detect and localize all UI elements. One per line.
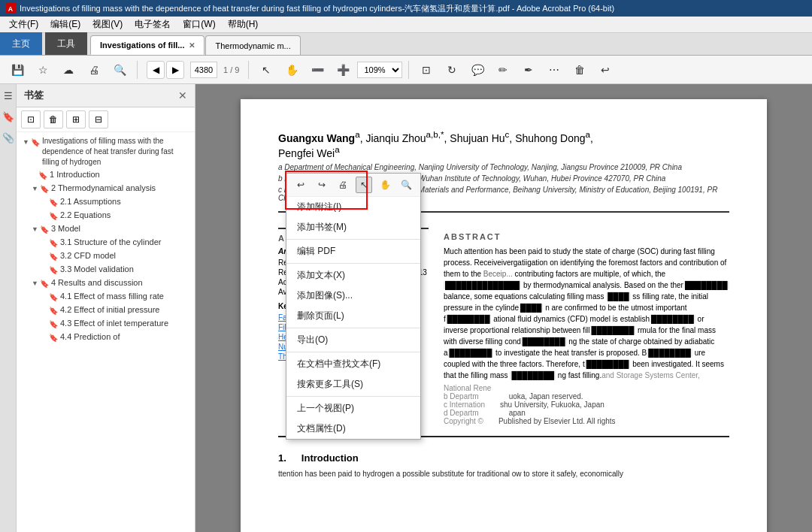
bookmark-pressure[interactable]: ▶ 🔖 4.2 Effect of initial pressure (17, 304, 195, 317)
page-number-input[interactable] (190, 62, 217, 78)
undo-button[interactable]: ↩ (594, 59, 617, 80)
bookmark-model[interactable]: ▼ 🔖 3 Model (17, 222, 195, 236)
bookmark-root[interactable]: ▼ 🔖 Investigations of filling mass with … (17, 135, 195, 168)
abstract-col: ABSTRACT Much attention has been paid to… (444, 220, 729, 425)
tab-document1[interactable]: Investigations of fill... ✕ (90, 35, 205, 55)
bookmark-delete-btn[interactable]: 🗑 (44, 110, 63, 128)
expand-root[interactable]: ▼ (23, 138, 29, 147)
nav-next[interactable]: ▶ (166, 61, 184, 79)
comment-button[interactable]: 💬 (466, 59, 489, 80)
bookmark-add-btn[interactable]: ⊡ (21, 110, 41, 128)
bookmark-prediction[interactable]: ▶ 🔖 4.4 Prediction of (17, 331, 195, 344)
bookmark-icon-validation: 🔖 (49, 265, 58, 276)
bookmark-icon-assumptions: 🔖 (49, 198, 58, 208)
menu-sign[interactable]: 电子签名 (129, 17, 177, 32)
affil-a: a Department of Mechanical Engineering, … (278, 163, 729, 171)
bookmark-icon-equations: 🔖 (49, 211, 58, 222)
zoom-select[interactable]: 50% 75% 100% 109% 125% 150% 200% (357, 62, 402, 78)
print-button[interactable]: 🖨 (83, 59, 105, 80)
bookmark-equations[interactable]: ▶ 🔖 2.2 Equations (17, 209, 195, 222)
ctx-redo-btn[interactable]: ↪ (314, 177, 330, 193)
bookmark-expand-btn[interactable]: ⊞ (66, 110, 86, 128)
ctx-add-bookmark[interactable]: 添加书签(M) (286, 217, 420, 237)
more-button[interactable]: ⋯ (543, 59, 565, 80)
hand-tool[interactable]: ✋ (280, 59, 303, 80)
menu-file[interactable]: 文件(F) (3, 17, 44, 32)
ctx-add-image[interactable]: 添加图像(S)... (286, 286, 420, 306)
zoom-in-toolbar[interactable]: 🔍 (108, 59, 131, 80)
tab-document2[interactable]: Thermodynamic m... (205, 35, 300, 55)
menu-help[interactable]: 帮助(H) (222, 17, 265, 32)
bookmark-cylinder[interactable]: ▶ 🔖 3.1 Structure of the cylinder (17, 236, 195, 249)
tab-home[interactable]: 主页 (0, 32, 42, 55)
intro-text: ttention has been paid to hydrogen a pos… (278, 468, 729, 479)
bookmark-icon-pressure: 🔖 (49, 306, 58, 316)
bookmark-results[interactable]: ▼ 🔖 4 Results and discussion (17, 277, 195, 290)
ctx-doc-props[interactable]: 文档属性(D) (286, 419, 420, 439)
bookmark-text-model: 3 Model (51, 223, 192, 234)
bookmark-icon-cfd: 🔖 (49, 252, 58, 262)
sidebar-icon-pages[interactable]: ☰ (2, 89, 15, 102)
menu-bar: 文件(F) 编辑(E) 视图(V) 电子签名 窗口(W) 帮助(H) (0, 17, 812, 33)
bookmark-intro[interactable]: ▶ 🔖 1 Introduction (17, 168, 195, 182)
authors-line: Guangxu Wanga, Jianqiu Zhoua,b,*, Shujua… (278, 129, 729, 159)
fit-page-button[interactable]: ⊡ (415, 59, 438, 80)
ctx-more-tools[interactable]: 搜索更多工具(S) (286, 374, 420, 394)
bookmark-icon-root: 🔖 (31, 138, 40, 148)
bookmark-collapse-btn[interactable]: ⊟ (89, 110, 108, 128)
save-button[interactable]: 💾 (6, 59, 29, 80)
abstract-footer: National Rene b Departmuoka, Japan reser… (444, 384, 729, 425)
ctx-add-text[interactable]: 添加文本(X) (286, 265, 420, 286)
ctx-print-btn[interactable]: 🖨 (335, 177, 351, 193)
menu-window[interactable]: 窗口(W) (177, 17, 221, 32)
expand-model[interactable]: ▼ (32, 225, 38, 234)
bookmark-assumptions[interactable]: ▶ 🔖 2.1 Assumptions (17, 195, 195, 209)
zoom-in-tool[interactable]: ➕ (332, 59, 354, 80)
ctx-hand-btn[interactable]: ✋ (377, 177, 393, 193)
bookmark-text-assumptions: 2.1 Assumptions (60, 196, 192, 207)
bookmark-text-thermo: 2 Thermodynamical analysis (51, 183, 192, 194)
cloud-button[interactable]: ☁ (57, 59, 80, 80)
tab-close-1[interactable]: ✕ (189, 41, 195, 50)
ctx-find-text[interactable]: 在文档中查找文本(F) (286, 354, 420, 374)
zoom-out-tool[interactable]: ➖ (306, 59, 329, 80)
menu-edit[interactable]: 编辑(E) (44, 17, 86, 32)
abstract-text: Much attention has been paid to study th… (444, 246, 729, 381)
pen-button[interactable]: ✏ (492, 59, 514, 80)
ctx-sep-5 (286, 396, 420, 397)
menu-view[interactable]: 视图(V) (86, 17, 129, 32)
nav-prev[interactable]: ◀ (147, 61, 165, 79)
bookmark-validation[interactable]: ▶ 🔖 3.3 Model validation (17, 263, 195, 277)
ctx-delete-page[interactable]: 删除页面(L) (286, 306, 420, 326)
author1: Guangxu Wang (278, 132, 355, 144)
expand-thermo[interactable]: ▼ (32, 184, 38, 194)
ctx-export[interactable]: 导出(O) (286, 330, 420, 350)
ctx-cursor-btn[interactable]: ↖ (356, 177, 372, 193)
sidebar-icons: ☰ 🔖 📎 (0, 84, 17, 532)
sidebar-icon-bookmarks[interactable]: 🔖 (2, 110, 15, 123)
expand-results[interactable]: ▼ (32, 279, 38, 289)
tab-tools[interactable]: 工具 (45, 32, 87, 55)
bookmark-mass[interactable]: ▶ 🔖 4.1 Effect of mass filling rate (17, 290, 195, 304)
delete-button[interactable]: 🗑 (568, 59, 591, 80)
sidebar-close-button[interactable]: ✕ (178, 89, 187, 101)
bookmark-cfd[interactable]: ▶ 🔖 3.2 CFD model (17, 249, 195, 263)
pdf-area[interactable]: Guangxu Wanga, Jianqiu Zhoua,b,*, Shujua… (195, 84, 812, 532)
sidebar-icon-attachments[interactable]: 📎 (2, 131, 15, 144)
bookmark-text-equations: 2.2 Equations (60, 210, 192, 221)
rotate-button[interactable]: ↻ (441, 59, 463, 80)
bookmark-text-prediction: 4.4 Prediction of (60, 331, 192, 343)
separator2 (248, 61, 249, 79)
cursor-tool[interactable]: ↖ (255, 59, 277, 80)
ctx-prev-view[interactable]: 上一个视图(P) (286, 398, 420, 419)
bookmark-icon-prediction: 🔖 (49, 333, 58, 343)
bookmark-button[interactable]: ☆ (32, 59, 54, 80)
ctx-sep-3 (286, 328, 420, 328)
ctx-add-note[interactable]: 添加附注(I) (286, 197, 420, 217)
ctx-zoom-btn[interactable]: 🔍 (398, 177, 414, 193)
signature-button[interactable]: ✒ (517, 59, 540, 80)
bookmark-thermo[interactable]: ▼ 🔖 2 Thermodynamical analysis (17, 182, 195, 195)
ctx-edit-pdf[interactable]: 编辑 PDF (286, 241, 420, 261)
ctx-undo-btn[interactable]: ↩ (292, 177, 309, 193)
bookmark-temperature[interactable]: ▶ 🔖 4.3 Effect of inlet temperature (17, 317, 195, 331)
